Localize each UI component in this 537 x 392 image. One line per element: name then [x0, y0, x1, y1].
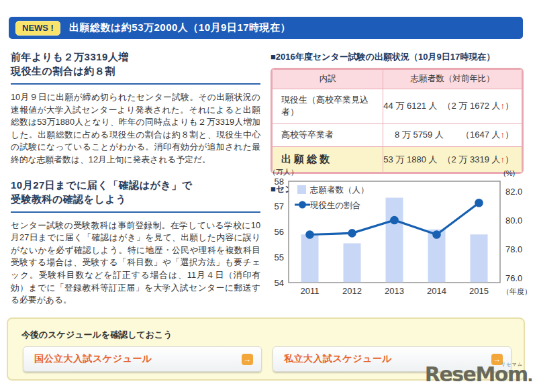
article-heading-1-line2: 現役生の割合は約８割 — [11, 64, 260, 78]
arrow-right-icon: → — [242, 354, 253, 365]
news-bar: NEWS ! 出願総数は約53万2000人（10月9日17時現在） — [9, 17, 523, 39]
svg-text:78.0: 78.0 — [505, 244, 522, 254]
svg-text:志願者数（人）: 志願者数（人） — [309, 185, 369, 195]
svg-text:（年度）: （年度） — [502, 287, 532, 295]
row-label-graduates: 高校等卒業者 — [273, 124, 383, 147]
button-label: 国公立大入試スケジュール — [34, 353, 242, 365]
article-heading-1-line1: 前年よりも２万3319人増 — [11, 50, 260, 64]
logo-ruby: リセマム — [501, 361, 523, 368]
svg-text:80.0: 80.0 — [505, 215, 522, 226]
table-header-row: 内訳 志願者数（対前年比） — [273, 70, 522, 89]
svg-text:(%): (%) — [503, 169, 515, 177]
svg-text:54: 54 — [275, 278, 284, 288]
svg-text:2013: 2013 — [385, 286, 404, 296]
svg-text:82.0: 82.0 — [505, 187, 522, 197]
national-public-schedule-button[interactable]: 国公立大入試スケジュール → — [23, 346, 262, 372]
table-title: ■2016年度センター試験の出願状況（10月9日17時現在） — [271, 51, 524, 63]
svg-text:56: 56 — [275, 227, 284, 237]
news-title: 出願総数は約53万2000人（10月9日17時現在） — [69, 21, 291, 34]
svg-text:2012: 2012 — [342, 286, 362, 296]
svg-text:（万人）: （万人） — [268, 168, 298, 176]
row-label-current-students: 現役生（高校卒業見込者） — [273, 89, 383, 124]
svg-text:2011: 2011 — [301, 286, 320, 296]
news-badge: NEWS ! — [15, 21, 60, 36]
table-row: 現役生（高校卒業見込者） 44 万 6121 人（2 万 1672 人↑） — [273, 89, 522, 124]
row-value-graduates: 8 万 5759 人（1647 人↑） — [383, 124, 522, 147]
svg-text:57: 57 — [275, 201, 284, 211]
table-header-applicants: 志願者数（対前年比） — [383, 70, 522, 89]
article-heading-2-line1: 10月27日までに届く「確認はがき」で — [11, 178, 260, 192]
resemom-logo: リセマム ReseMom. — [425, 362, 533, 386]
svg-text:現役生の割合: 現役生の割合 — [310, 201, 360, 210]
svg-text:76.0: 76.0 — [505, 273, 522, 283]
svg-text:55: 55 — [275, 252, 284, 262]
article-column: 前年よりも２万3319人増 現役生の割合は約８割 10月９日に出願が締め切られた… — [11, 50, 260, 318]
table-header-breakdown: 内訳 — [273, 70, 383, 89]
row-value-current-students: 44 万 6121 人（2 万 1672 人↑） — [383, 89, 522, 124]
trend-chart: 585756555482.080.078.076.020112012201320… — [267, 168, 536, 302]
article-heading-1: 前年よりも２万3319人増 現役生の割合は約８割 — [11, 50, 260, 78]
article-paragraph-2: センター試験の受験教科は事前登録制。在学している学校に10月27日までに届く「確… — [11, 219, 260, 307]
heading-underline — [11, 211, 260, 213]
article-paragraph-1: 10月９日に出願が締め切られたセンター試験。その出願状況の速報値が大学入試センタ… — [11, 91, 260, 166]
article-heading-2: 10月27日までに届く「確認はがき」で 受験教科の確認をしよう — [11, 178, 260, 206]
svg-text:58: 58 — [275, 177, 284, 187]
svg-text:2015: 2015 — [469, 286, 489, 296]
schedule-heading: 今後のスケジュールを確認しておこう — [21, 329, 173, 341]
table-row: 高校等卒業者 8 万 5759 人（1647 人↑） — [273, 124, 522, 147]
article-heading-2-line2: 受験教科の確認をしよう — [11, 192, 260, 206]
application-status-table: 内訳 志願者数（対前年比） 現役生（高校卒業見込者） 44 万 6121 人（2… — [271, 68, 524, 174]
heading-underline — [11, 83, 260, 85]
svg-text:2014: 2014 — [427, 286, 446, 296]
